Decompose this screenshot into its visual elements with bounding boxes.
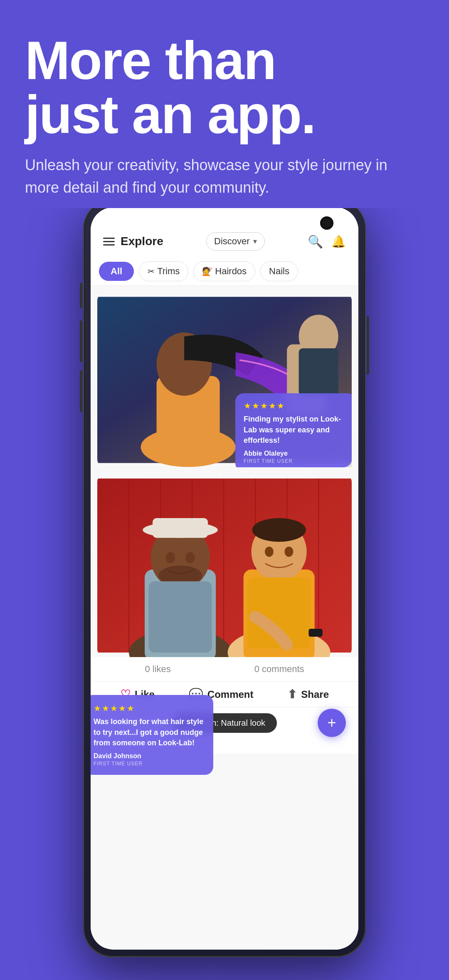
review-card-1: ★★★★★ Finding my stylist on Look-Lab was… <box>235 393 352 467</box>
bell-icon[interactable]: 🔔 <box>331 235 346 248</box>
phone-screen: Explore Discover ▾ 🔍 🔔 All ✂ Trims <box>91 207 358 950</box>
svg-point-24 <box>185 552 195 563</box>
svg-point-23 <box>165 552 175 563</box>
hero-subtitle: Unleash your creativity, showcase your s… <box>25 154 424 199</box>
stars-2: ★★★★★ <box>94 703 204 713</box>
tab-nails[interactable]: Nails <box>260 261 298 281</box>
hairdryer-icon: 💇 <box>202 266 212 276</box>
review-text-1: Finding my stylist on Look-Lab was super… <box>244 414 348 446</box>
discover-label: Discover <box>214 236 250 247</box>
phone-wrapper: Explore Discover ▾ 🔍 🔔 All ✂ Trims <box>83 200 366 957</box>
post-image-1: ★★★★★ Finding my stylist on Look-Lab was… <box>97 293 352 467</box>
review-text-2: Was looking for what hair style to try n… <box>94 717 204 748</box>
search-icon[interactable]: 🔍 <box>308 234 323 249</box>
share-icon: ⬆ <box>287 687 297 701</box>
svg-point-32 <box>284 546 293 557</box>
hero-section: More than just an app. Unleash your crea… <box>0 0 449 208</box>
topbar-icons: 🔍 🔔 <box>308 234 346 249</box>
plus-icon: + <box>327 714 336 732</box>
post-image-2 <box>97 474 352 657</box>
explore-label: Explore <box>121 235 163 248</box>
share-button[interactable]: ⬆ Share <box>287 687 329 701</box>
stars-1: ★★★★★ <box>244 401 348 411</box>
svg-rect-34 <box>308 629 322 637</box>
reviewer-tag-1: FIRST TIME USER <box>244 458 348 464</box>
svg-rect-6 <box>160 396 216 455</box>
hamburger-icon[interactable] <box>103 238 115 246</box>
svg-rect-22 <box>153 518 208 538</box>
tab-hairdos[interactable]: 💇 Hairdos <box>193 261 255 281</box>
hero-text: More than just an app. Unleash your crea… <box>25 33 424 199</box>
feed-content[interactable]: ★★★★★ Finding my stylist on Look-Lab was… <box>91 286 358 950</box>
chevron-down-icon: ▾ <box>253 237 257 246</box>
tab-trims[interactable]: ✂ Trims <box>139 261 188 281</box>
app-topbar: Explore Discover ▾ 🔍 🔔 <box>91 207 358 257</box>
svg-rect-26 <box>149 581 212 653</box>
scissors-icon: ✂ <box>148 266 155 276</box>
comments-count: 0 comments <box>254 664 304 675</box>
filter-tabs: All ✂ Trims 💇 Hairdos Nails <box>91 257 358 286</box>
svg-point-31 <box>265 546 274 557</box>
men-image-svg <box>97 474 352 657</box>
likes-count: 0 likes <box>145 664 170 675</box>
reviewer-tag-2: FIRST TIME USER <box>94 761 204 767</box>
hero-title: More than just an app. <box>25 33 424 141</box>
fab-button[interactable]: + <box>318 709 346 737</box>
app-ui: Explore Discover ▾ 🔍 🔔 All ✂ Trims <box>91 207 358 950</box>
reviewer-name-1: Abbie Olaleye <box>244 450 348 457</box>
front-camera <box>320 216 333 230</box>
tab-all[interactable]: All <box>99 262 134 281</box>
discover-dropdown[interactable]: Discover ▾ <box>206 232 265 251</box>
engagement-bar: 0 likes 0 comments <box>91 657 358 681</box>
review-card-2: ★★★★★ Was looking for what hair style to… <box>91 695 213 775</box>
svg-rect-8 <box>299 348 338 396</box>
reviewer-name-2: David Johnson <box>94 752 204 760</box>
svg-point-30 <box>252 518 306 542</box>
topbar-left: Explore <box>103 235 163 248</box>
